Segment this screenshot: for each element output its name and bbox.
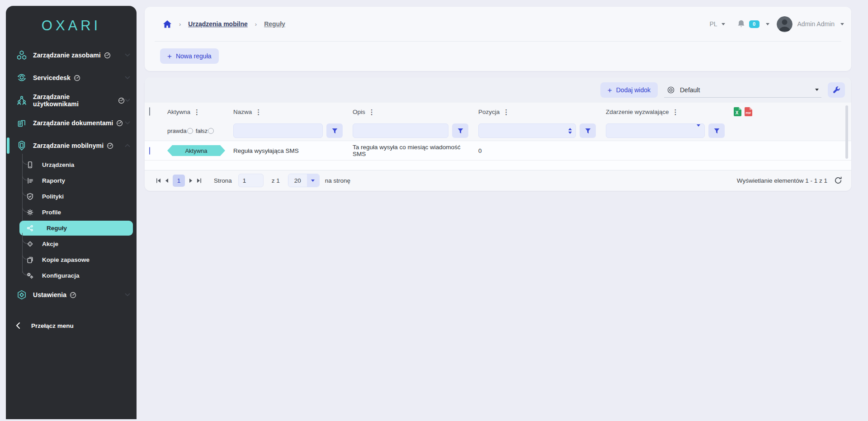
page-size-select[interactable]: 20: [288, 174, 320, 187]
sidebar-item-zarzadzanie-zasobami[interactable]: Zarządzanie zasobami: [6, 44, 137, 66]
column-menu-icon[interactable]: ⋮: [368, 109, 375, 115]
gauge-icon: [107, 142, 113, 149]
table-header-row: Aktywna ⋮ Nazwa ⋮ Opis ⋮ Pozycja ⋮ Zdarz…: [145, 103, 851, 121]
current-page-button[interactable]: 1: [173, 175, 185, 187]
filter-opis-input[interactable]: [353, 123, 448, 138]
active-item-pill: [19, 221, 133, 236]
sidebar-nav: Zarządzanie zasobami Servicede: [6, 44, 137, 306]
bell-icon[interactable]: [737, 19, 745, 28]
pagination-bar: 1 Strona z 1 20 na stronę Wyświetlanie e…: [145, 170, 851, 190]
language-selector[interactable]: PL: [709, 20, 717, 28]
spinner-down-icon[interactable]: [568, 132, 572, 134]
wrench-icon: [832, 86, 840, 94]
gauge-icon: [70, 292, 76, 298]
column-menu-icon[interactable]: ⋮: [503, 109, 509, 115]
export-buttons: X PDF: [731, 107, 851, 116]
filter-pozycja-input[interactable]: [478, 123, 576, 138]
gauge-icon: [118, 97, 125, 104]
home-icon[interactable]: [163, 20, 172, 28]
export-pdf-icon[interactable]: PDF: [745, 107, 752, 116]
table-empty-area: [145, 161, 851, 170]
breadcrumb-separator: ›: [255, 21, 257, 28]
sidebar-item-label: Zarządzanie dokumentami: [33, 119, 113, 127]
gauge-icon: [104, 52, 111, 59]
page-size-value: 20: [288, 174, 307, 187]
svg-text:PDF: PDF: [746, 112, 751, 114]
avatar[interactable]: [777, 16, 793, 32]
sidebar-subitem-label: Profile: [42, 209, 61, 216]
documents-icon: [16, 118, 28, 128]
filter-pozycja-field[interactable]: [479, 128, 568, 134]
user-name[interactable]: Admin Admin: [797, 20, 835, 28]
sidebar-item-servicedesk[interactable]: Servicedesk: [6, 66, 137, 89]
filter-nazwa-input[interactable]: [233, 123, 323, 138]
funnel-icon: [585, 128, 591, 134]
chevron-down-icon[interactable]: [697, 127, 704, 135]
user-cluster: PL 0 Admin Admin: [709, 16, 844, 32]
column-menu-icon[interactable]: ⋮: [672, 109, 679, 115]
filter-opis-button[interactable]: [452, 123, 468, 138]
funnel-icon: [713, 128, 720, 134]
chevron-down-icon: [815, 89, 819, 91]
filter-false-radio[interactable]: [208, 128, 214, 134]
gauge-icon: [74, 75, 80, 81]
sidebar-subitem-label: Reguły: [47, 225, 67, 232]
export-excel-icon[interactable]: X: [734, 107, 741, 116]
view-settings-button[interactable]: [828, 82, 845, 98]
row-checkbox[interactable]: [149, 147, 150, 155]
mobile-submenu: Urządzenia Raporty: [6, 157, 137, 284]
users-icon: [16, 95, 28, 106]
filter-true-radio[interactable]: [187, 128, 193, 134]
rules-table-card: + Dodaj widok Default Aktywna ⋮: [145, 77, 851, 191]
first-page-button[interactable]: [154, 176, 163, 185]
filter-zdarzenie-field[interactable]: [606, 128, 697, 134]
add-view-button[interactable]: + Dodaj widok: [600, 82, 658, 98]
sidebar-item-profile[interactable]: Profile: [6, 204, 137, 220]
plus-icon: +: [608, 86, 612, 94]
next-page-button[interactable]: [187, 176, 195, 185]
chevron-down-icon[interactable]: [722, 23, 725, 25]
new-rule-label: Nowa reguła: [176, 52, 212, 60]
collapse-menu-button[interactable]: Przełącz menu: [6, 314, 137, 337]
sidebar-item-ustawienia[interactable]: Ustawienia: [6, 284, 137, 306]
prev-page-button[interactable]: [163, 176, 170, 185]
number-spinner[interactable]: [568, 128, 576, 134]
breadcrumb-link-urzadzenia-mobilne[interactable]: Urządzenia mobilne: [188, 20, 247, 28]
chevron-down-icon: [125, 76, 130, 80]
app-logo: OXARI: [6, 18, 137, 34]
filter-pozycja-button[interactable]: [580, 123, 596, 138]
page-label: Strona: [214, 177, 232, 184]
share-icon: [26, 224, 34, 232]
filter-zdarzenie-select[interactable]: [606, 123, 705, 138]
page-header-card: › Urządzenia mobilne › Reguły PL 0: [145, 7, 851, 71]
chevron-down-icon[interactable]: [766, 23, 769, 25]
column-menu-icon[interactable]: ⋮: [255, 109, 262, 115]
sidebar-item-zarzadzanie-dokumentami[interactable]: Zarządzanie dokumentami: [6, 112, 137, 134]
filter-nazwa-button[interactable]: [326, 123, 343, 138]
breadcrumb-current-reguly[interactable]: Reguły: [264, 20, 285, 28]
spinner-up-icon[interactable]: [568, 128, 572, 130]
breadcrumb: › Urządzenia mobilne › Reguły: [163, 20, 285, 28]
sidebar-item-zarzadzanie-uzytkownikami[interactable]: Zarządzanie użytkownikami: [6, 89, 137, 112]
sidebar-subitem-label: Akcje: [42, 241, 58, 247]
sidebar-subitem-label: Konfiguracja: [42, 272, 80, 279]
select-all-checkbox[interactable]: [149, 107, 150, 116]
view-selector[interactable]: Default: [664, 82, 821, 98]
status-badge: Aktywna: [167, 145, 225, 156]
table-scrollbar[interactable]: [845, 105, 848, 159]
table-row[interactable]: Aktywna Reguła wysyłająca SMS Ta reguła …: [145, 141, 851, 161]
column-menu-icon[interactable]: ⋮: [193, 109, 200, 115]
page-number-input[interactable]: [238, 174, 264, 187]
sidebar-item-konfiguracja[interactable]: Konfiguracja: [6, 268, 137, 284]
new-rule-button[interactable]: + Nowa reguła: [160, 48, 219, 64]
refresh-icon[interactable]: [834, 176, 842, 184]
cell-pozycja: 0: [475, 147, 602, 154]
active-section-indicator: [7, 137, 9, 154]
filter-zdarzenie-button[interactable]: [708, 123, 725, 138]
chevron-down-icon[interactable]: [840, 23, 844, 25]
last-page-button[interactable]: [195, 176, 204, 185]
notification-badge[interactable]: 0: [749, 20, 760, 28]
sidebar-item-label: Zarządzanie mobilnymi: [33, 142, 104, 149]
column-header-pozycja: Pozycja: [478, 109, 500, 115]
sidebar-subitem-label: Kopie zapasowe: [42, 256, 90, 263]
